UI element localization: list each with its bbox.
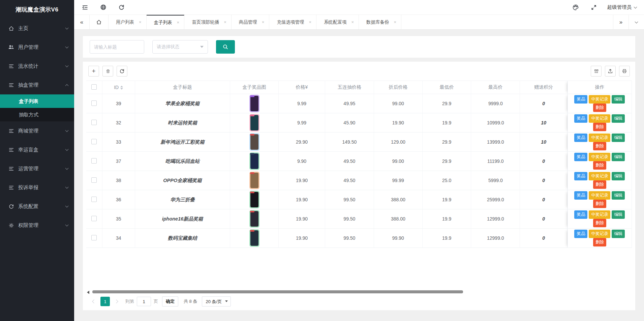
edit-button[interactable]: 编辑 [612, 95, 625, 104]
win-record-button[interactable]: 中奖记录 [589, 153, 610, 161]
refresh-table-button[interactable] [117, 66, 127, 77]
row-checkbox[interactable] [91, 158, 97, 164]
row-checkbox[interactable] [91, 120, 97, 125]
select-all-checkbox[interactable] [91, 84, 97, 90]
edit-button[interactable]: 编辑 [612, 153, 625, 161]
win-record-button[interactable]: 中奖记录 [589, 230, 610, 238]
tab[interactable]: 充值选项管理× [269, 15, 316, 29]
tab-close-icon[interactable]: × [177, 20, 180, 25]
sidebar-subitem[interactable]: 盒子列表 [0, 94, 74, 108]
sidebar-item[interactable]: 商城管理 [0, 121, 74, 140]
row-checkbox[interactable] [91, 235, 97, 240]
export-button[interactable] [605, 66, 616, 77]
prize-button[interactable]: 奖品 [574, 153, 587, 161]
user-menu[interactable]: 超级管理员 [607, 4, 637, 10]
tab-close-icon[interactable]: × [139, 20, 142, 25]
theme-palette-icon[interactable] [572, 4, 579, 11]
prize-image[interactable] [249, 210, 259, 228]
tab[interactable]: 首页顶部轮播× [184, 15, 232, 29]
sidebar-item[interactable]: 用户管理 [0, 38, 74, 57]
sidebar-item[interactable]: 幸运盲盒 [0, 140, 74, 159]
sort-icon[interactable] [120, 86, 123, 90]
delete-selected-button[interactable] [102, 66, 113, 77]
tab-close-icon[interactable]: × [309, 20, 311, 25]
tabs-menu-toggle[interactable] [628, 15, 644, 29]
tab[interactable]: 用户列表× [109, 15, 147, 29]
delete-button[interactable]: 删除 [593, 200, 606, 208]
row-checkbox[interactable] [91, 139, 97, 144]
sidebar-item[interactable]: 投诉举报 [0, 178, 74, 197]
edit-button[interactable]: 编辑 [612, 191, 625, 200]
sidebar-item[interactable]: 运营管理 [0, 159, 74, 178]
refresh-icon[interactable] [118, 4, 125, 11]
tabs-scroll-right[interactable]: » [613, 15, 628, 29]
tab-close-icon[interactable]: × [394, 20, 397, 25]
tab-close-icon[interactable]: × [351, 20, 354, 25]
win-record-button[interactable]: 中奖记录 [589, 95, 610, 104]
prize-image[interactable] [249, 152, 259, 170]
prize-image[interactable] [249, 191, 259, 208]
win-record-button[interactable]: 中奖记录 [589, 114, 610, 123]
prize-image[interactable] [249, 95, 259, 112]
delete-button[interactable]: 删除 [593, 123, 606, 131]
prize-button[interactable]: 奖品 [574, 172, 587, 180]
delete-button[interactable]: 删除 [593, 180, 606, 189]
win-record-button[interactable]: 中奖记录 [589, 172, 610, 180]
confirm-page-button[interactable]: 确定 [162, 296, 178, 307]
prize-image[interactable] [249, 114, 259, 132]
tab[interactable]: 商品管理× [232, 15, 270, 29]
row-checkbox[interactable] [91, 100, 97, 106]
scroll-left-arrow-icon[interactable] [87, 291, 89, 294]
tab[interactable]: 数据库备份× [359, 15, 401, 29]
row-checkbox[interactable] [91, 177, 97, 183]
search-button[interactable] [216, 40, 235, 54]
sidebar-subitem[interactable]: 抽取方式 [0, 108, 74, 121]
delete-button[interactable]: 删除 [593, 104, 606, 112]
prize-button[interactable]: 奖品 [574, 210, 587, 219]
edit-button[interactable]: 编辑 [612, 210, 625, 219]
edit-button[interactable]: 编辑 [612, 172, 625, 180]
print-button[interactable] [619, 66, 630, 77]
prize-button[interactable]: 奖品 [574, 191, 587, 200]
tab-close-icon[interactable]: × [224, 20, 226, 25]
edit-button[interactable]: 编辑 [612, 230, 625, 238]
prize-image[interactable] [249, 172, 259, 189]
prize-button[interactable]: 奖品 [574, 230, 587, 238]
delete-button[interactable]: 删除 [593, 161, 606, 170]
edit-button[interactable]: 编辑 [612, 134, 625, 142]
prize-image[interactable] [249, 229, 259, 247]
delete-button[interactable]: 删除 [593, 219, 606, 227]
tab[interactable]: 盒子列表× [147, 15, 185, 29]
win-record-button[interactable]: 中奖记录 [589, 191, 610, 200]
tabs-scroll-left[interactable]: « [74, 15, 90, 29]
prize-button[interactable]: 奖品 [574, 95, 587, 104]
win-record-button[interactable]: 中奖记录 [589, 210, 610, 219]
sidebar-item[interactable]: 权限管理 [0, 216, 74, 235]
horizontal-scrollbar[interactable] [86, 289, 632, 295]
goto-page-input[interactable] [137, 297, 151, 306]
row-checkbox[interactable] [91, 197, 97, 202]
home-tab[interactable] [90, 15, 109, 29]
sidebar-item[interactable]: 流水统计 [0, 57, 74, 76]
tab[interactable]: 系统配置项× [316, 15, 359, 29]
win-record-button[interactable]: 中奖记录 [589, 134, 610, 142]
table-scroll-area[interactable]: ID盒子标题盒子奖品图价格¥五连抽价格折后价格最低价最高价赠送积分操作 39苹果… [86, 81, 632, 248]
sidebar-item[interactable]: 系统配置 [0, 197, 74, 216]
prev-page-button[interactable] [90, 297, 98, 306]
row-checkbox[interactable] [91, 216, 97, 221]
prize-image[interactable] [249, 133, 259, 151]
status-select[interactable]: 请选择状态 [152, 40, 208, 54]
edit-button[interactable]: 编辑 [612, 114, 625, 123]
tab-close-icon[interactable]: × [262, 20, 265, 25]
current-page-button[interactable]: 1 [100, 297, 110, 306]
prize-button[interactable]: 奖品 [574, 114, 587, 123]
add-button[interactable]: + [88, 66, 99, 77]
prize-button[interactable]: 奖品 [574, 134, 587, 142]
sidebar-item[interactable]: 主页 [0, 19, 74, 38]
delete-button[interactable]: 删除 [593, 238, 606, 246]
fullscreen-icon[interactable] [590, 4, 597, 11]
next-page-button[interactable] [112, 297, 121, 306]
sidebar-item[interactable]: 抽盒管理 [0, 76, 74, 94]
columns-toggle-button[interactable] [591, 66, 602, 77]
title-search-input[interactable] [90, 40, 144, 54]
